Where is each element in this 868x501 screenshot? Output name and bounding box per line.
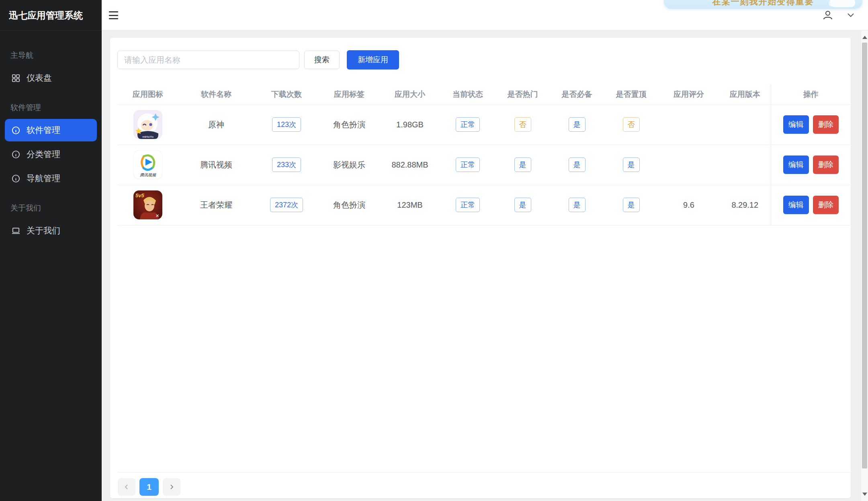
sidebar-item-software-manage[interactable]: 软件管理 <box>5 119 97 141</box>
status-tag: 正常 <box>456 117 480 132</box>
pinned-tag: 是 <box>623 157 640 172</box>
pinned-tag: 否 <box>623 117 640 132</box>
chevron-right-icon <box>169 484 174 490</box>
content-card: 搜索 新增应用 应用图标 软件名称 下载次数 应用标签 应用大小 当 <box>110 38 851 498</box>
col-actions: 操作 <box>771 84 851 104</box>
table-row: miHoYo 原神 123次 角色扮演 1.98GB 正常 否 是 否 <box>118 104 851 145</box>
pagination: 1 <box>118 478 180 496</box>
svg-text:5v5: 5v5 <box>135 192 144 198</box>
app-icon-tencent-video: 腾讯视频 <box>133 150 162 179</box>
scroll-up-icon[interactable] <box>862 36 867 39</box>
col-status: 当前状态 <box>440 84 495 104</box>
hitokoto-banner: 在某一刻我开始变得重要 <box>664 0 862 9</box>
delete-button[interactable]: 删除 <box>813 115 839 134</box>
delete-button[interactable]: 删除 <box>813 196 839 214</box>
hot-tag: 否 <box>514 117 531 132</box>
hamburger-menu-icon[interactable] <box>109 10 119 20</box>
add-app-button[interactable]: 新增应用 <box>347 50 399 70</box>
monitor-icon <box>11 226 20 235</box>
search-button[interactable]: 搜索 <box>304 51 340 69</box>
chevron-down-icon[interactable] <box>847 13 854 18</box>
downloads-tag: 233次 <box>272 157 301 172</box>
edit-button[interactable]: 编辑 <box>783 155 809 174</box>
app-size: 882.88MB <box>380 145 440 185</box>
essential-tag: 是 <box>569 198 585 212</box>
info-circle-icon <box>11 150 20 159</box>
sidebar-item-label: 软件管理 <box>27 125 60 136</box>
app-tag: 角色扮演 <box>319 185 380 225</box>
app-rating <box>658 145 719 185</box>
sidebar-nav: 主导航 仪表盘 软件管理 软件管理 分类管理 导航管理 关于我们 关于我们 <box>0 31 102 242</box>
scrollbar-thumb[interactable] <box>862 43 867 468</box>
user-icon[interactable] <box>822 10 833 21</box>
table-bottom-divider <box>118 472 851 472</box>
app-name: 王者荣耀 <box>178 185 254 225</box>
sidebar-item-dashboard[interactable]: 仪表盘 <box>5 67 97 89</box>
edit-button[interactable]: 编辑 <box>783 196 809 214</box>
screen: 迅七应用管理系统 主导航 仪表盘 软件管理 软件管理 分类管理 导航管理 关于我… <box>0 0 868 501</box>
status-tag: 正常 <box>456 198 480 212</box>
app-rating: 9.6 <box>658 185 719 225</box>
essential-tag: 是 <box>569 117 585 132</box>
col-rating: 应用评分 <box>658 84 719 104</box>
sidebar-section-about: 关于我们 <box>5 203 97 213</box>
app-tag: 影视娱乐 <box>319 145 380 185</box>
col-version: 应用版本 <box>719 84 771 104</box>
sidebar-section-main-nav: 主导航 <box>5 51 97 60</box>
main-content: 搜索 新增应用 应用图标 软件名称 下载次数 应用标签 应用大小 当 <box>102 31 861 501</box>
app-version <box>719 104 771 145</box>
pagination-page-1[interactable]: 1 <box>139 478 159 496</box>
app-size: 1.98GB <box>380 104 440 145</box>
col-tag: 应用标签 <box>319 84 380 104</box>
chevron-left-icon <box>124 484 129 490</box>
col-pinned: 是否置顶 <box>604 84 658 104</box>
pinned-tag: 是 <box>623 198 640 212</box>
col-size: 应用大小 <box>380 84 440 104</box>
hot-tag: 是 <box>514 198 531 212</box>
app-table: 应用图标 软件名称 下载次数 应用标签 应用大小 当前状态 是否热门 是否必备 … <box>118 84 851 225</box>
sidebar-item-label: 关于我们 <box>27 225 60 236</box>
scroll-down-icon[interactable] <box>862 493 867 496</box>
col-hot: 是否热门 <box>495 84 550 104</box>
table-row: 5v5 ✕ 王者荣耀 2372次 角色扮演 123MB 正常 是 是 是 9.6 <box>118 185 851 225</box>
app-icon-genshin: miHoYo <box>133 110 162 139</box>
table-row: 腾讯视频 腾讯视频 233次 影视娱乐 882.88MB 正常 是 是 是 <box>118 145 851 185</box>
edit-button[interactable]: 编辑 <box>783 115 809 134</box>
app-name: 腾讯视频 <box>178 145 254 185</box>
svg-text:✕: ✕ <box>156 213 159 218</box>
pagination-next-button[interactable] <box>163 478 180 496</box>
sidebar-item-about-us[interactable]: 关于我们 <box>5 219 97 242</box>
col-essential: 是否必备 <box>550 84 604 104</box>
toolbar: 搜索 新增应用 <box>117 50 399 70</box>
hot-tag: 是 <box>514 157 531 172</box>
col-app-name: 软件名称 <box>178 84 254 104</box>
app-title: 迅七应用管理系统 <box>0 0 102 31</box>
svg-text:miHoYo: miHoYo <box>142 135 154 139</box>
table-header-row: 应用图标 软件名称 下载次数 应用标签 应用大小 当前状态 是否热门 是否必备 … <box>118 84 851 104</box>
app-tag: 角色扮演 <box>319 104 380 145</box>
dashboard-grid-icon <box>11 74 20 83</box>
app-version <box>719 145 771 185</box>
sidebar-section-software: 软件管理 <box>5 103 97 112</box>
info-circle-icon <box>11 174 20 183</box>
delete-button[interactable]: 删除 <box>813 155 839 174</box>
sidebar-item-category-manage[interactable]: 分类管理 <box>5 143 97 166</box>
pagination-prev-button[interactable] <box>118 478 135 496</box>
app-rating <box>658 104 719 145</box>
sidebar-item-nav-manage[interactable]: 导航管理 <box>5 167 97 190</box>
app-name: 原神 <box>178 104 254 145</box>
search-input[interactable] <box>117 51 299 69</box>
app-version: 8.29.12 <box>719 185 771 225</box>
status-tag: 正常 <box>456 157 480 172</box>
sidebar-item-label: 分类管理 <box>27 149 60 160</box>
svg-text:腾讯视频: 腾讯视频 <box>140 173 157 177</box>
vertical-scrollbar <box>861 31 868 501</box>
col-app-icon: 应用图标 <box>118 84 178 104</box>
downloads-tag: 2372次 <box>270 198 303 212</box>
banner-mascot-image <box>830 0 855 7</box>
sidebar-item-label: 导航管理 <box>27 173 60 184</box>
downloads-tag: 123次 <box>272 117 301 132</box>
col-downloads: 下载次数 <box>254 84 319 104</box>
app-size: 123MB <box>380 185 440 225</box>
topbar: 在某一刻我开始变得重要 <box>102 0 868 31</box>
